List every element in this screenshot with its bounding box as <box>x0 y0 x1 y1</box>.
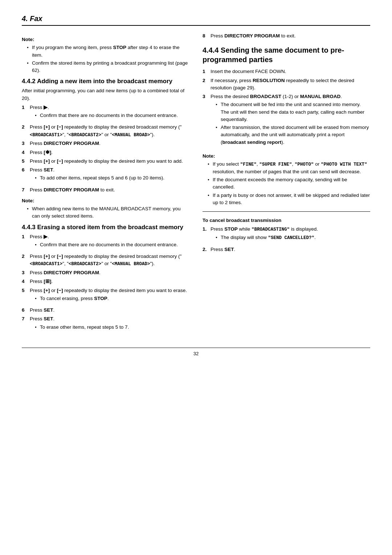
note-item-1: If you select "FINE", "SUPER FINE", "PHO… <box>208 161 370 175</box>
step-422-6: 6 Press SET. To add other items, repeat … <box>22 166 189 185</box>
step-422-5: 5 Press [+] or [−] repeatedly to display… <box>22 158 189 165</box>
step-423-1: 1 Press ▶. Confirm that there are no doc… <box>22 233 189 252</box>
step-422-3: 3 Press DIRECTORY PROGRAM. <box>22 140 189 147</box>
right-top-steps: 8 Press DIRECTORY PROGRAM to exit. <box>203 32 370 40</box>
right-column: 8 Press DIRECTORY PROGRAM to exit. 4.4.4… <box>203 32 370 337</box>
step-423-7: 7 Press SET. To erase other items, repea… <box>22 315 189 334</box>
step-423-5: 5 Press [+] or [−] repeatedly to display… <box>22 287 189 305</box>
section-422-intro: After initial programming, you can add n… <box>22 87 189 102</box>
step-423-2: 2 Press [+] or [−] repeatedly to display… <box>22 253 189 268</box>
section-444-note-label: Note: <box>203 153 370 160</box>
section-422-title: 4.4.2 Adding a new item into the broadca… <box>22 78 189 85</box>
top-note-label: Note: <box>22 36 189 43</box>
step-422-7: 7 Press DIRECTORY PROGRAM to exit. <box>22 186 189 194</box>
note-item-3: If a party is busy or does not answer, i… <box>208 192 370 207</box>
section-422-steps: 1 Press ▶. Confirm that there are no doc… <box>22 104 189 194</box>
section-444-steps: 1 Insert the document FACE DOWN. 2 If ne… <box>203 68 370 149</box>
step-423-3: 3 Press DIRECTORY PROGRAM. <box>22 269 189 276</box>
cancel-step-1: 1. Press STOP while "BROADCASTING" is di… <box>203 226 370 244</box>
cancel-section-title: To cancel broadcast transmission <box>203 217 370 224</box>
section-444-title: 4.4.4 Sending the same document to pre-p… <box>203 45 370 64</box>
step-422-1: 1 Press ▶. Confirm that there are no doc… <box>22 104 189 122</box>
page-title: 4. Fax <box>22 15 370 23</box>
section-422-note-label: Note: <box>22 197 189 204</box>
top-note-item-1: If you program the wrong item, press STO… <box>27 44 189 59</box>
page-header: 4. Fax <box>22 15 370 26</box>
step-423-6: 6 Press SET. <box>22 307 189 314</box>
step-422-2: 2 Press [+] or [−] repeatedly to display… <box>22 123 189 138</box>
note-item-2: If the document exceeds the memory capac… <box>208 176 370 191</box>
left-column: Note: If you program the wrong item, pre… <box>22 32 189 337</box>
page-number: 32 <box>22 348 370 356</box>
step-444-2: 2 If necessary, press RESOLUTION repeate… <box>203 77 370 92</box>
cancel-steps: 1. Press STOP while "BROADCASTING" is di… <box>203 226 370 253</box>
top-note-list: If you program the wrong item, press STO… <box>22 44 189 74</box>
section-422-note-list: When adding new items to the MANUAL BROA… <box>22 205 189 220</box>
cancel-step-2: 2. Press SET. <box>203 246 370 253</box>
step-422-4: 4 Press [✱]. <box>22 149 189 156</box>
section-423-steps: 1 Press ▶. Confirm that there are no doc… <box>22 233 189 334</box>
step-444-3: 3 Press the desired BROADCAST (1-2) or M… <box>203 93 370 149</box>
section-444-note-list: If you select "FINE", "SUPER FINE", "PHO… <box>203 161 370 206</box>
cancel-divider <box>203 211 370 212</box>
top-note-item-2: Confirm the stored items by printing a b… <box>27 60 189 74</box>
step-444-1: 1 Insert the document FACE DOWN. <box>203 68 370 75</box>
step-423-4: 4 Press [⊞]. <box>22 278 189 285</box>
section-422-note-item-1: When adding new items to the MANUAL BROA… <box>27 205 189 220</box>
section-423-title: 4.4.3 Erasing a stored item from the bro… <box>22 224 189 231</box>
step-8: 8 Press DIRECTORY PROGRAM to exit. <box>203 32 370 40</box>
